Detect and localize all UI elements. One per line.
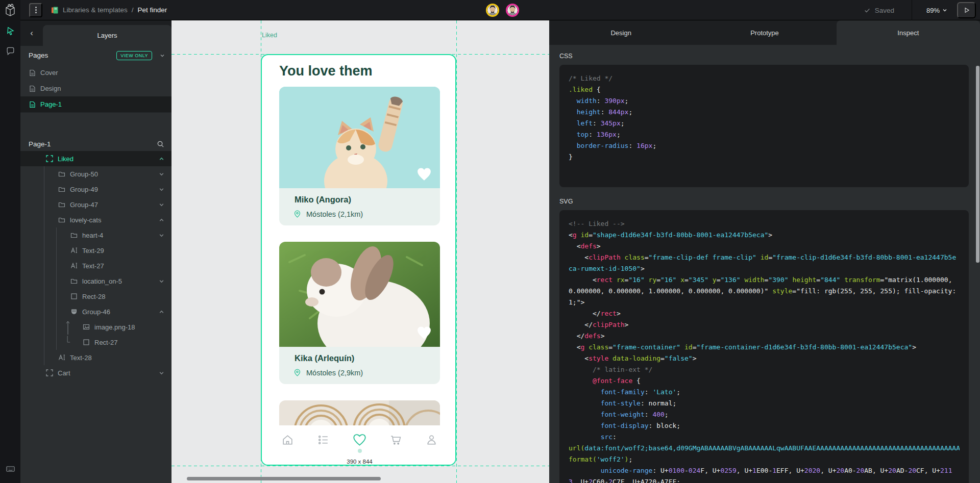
layer-row-lovely-cats[interactable]: lovely-cats — [20, 212, 172, 227]
layer-row-Text-29[interactable]: Text-29 — [20, 243, 172, 258]
location-pin-icon — [293, 210, 302, 218]
list-icon — [317, 434, 330, 446]
search-icon[interactable] — [157, 140, 164, 148]
code-line: top: 136px; — [569, 129, 960, 140]
chevron-down-icon[interactable] — [159, 278, 164, 284]
layer-row-Liked[interactable]: Liked — [20, 151, 172, 166]
tree-guide-line — [56, 273, 57, 289]
tree-page-title: Page-1 — [29, 140, 51, 148]
profile-icon — [425, 434, 438, 446]
code-line: <g class="frame-container" id="frame-con… — [569, 342, 960, 353]
folder-layer-icon — [70, 232, 78, 239]
frame-name-label[interactable]: Liked — [262, 32, 277, 39]
pet-name: Miko (Angora) — [295, 195, 351, 205]
code-line: /* Liked */ — [569, 73, 960, 84]
layer-label: Text-29 — [82, 247, 104, 255]
mask-elbow-connector — [65, 335, 70, 350]
top-bar: Libraries & templates / Pet finder Saved — [0, 0, 980, 20]
layer-row-Group-49[interactable]: Group-49 — [20, 182, 172, 197]
save-status: Saved — [864, 7, 894, 14]
layer-row-Rect-28[interactable]: Rect-28 — [20, 289, 172, 304]
svg-code-block[interactable]: <!-- Liked --><g id="shape-d1d6e34f-b3fd… — [559, 210, 969, 483]
vertical-scrollbar[interactable] — [976, 66, 979, 263]
layer-row-location_on-5[interactable]: location_on-5 — [20, 273, 172, 289]
code-line: <g id="shape-d1d6e34f-b3fd-80bb-8001-ea1… — [569, 230, 960, 241]
liked-frame[interactable]: You love them M — [261, 54, 456, 466]
chevron-up-icon[interactable] — [159, 156, 164, 162]
zoom-control[interactable]: 89% — [912, 7, 955, 14]
favorites-heart-icon — [353, 434, 366, 446]
tree-guide-line — [44, 227, 44, 243]
code-line: <style data-loading="false"> — [569, 353, 960, 364]
location-pin-icon — [293, 368, 302, 377]
collapse-panel-button[interactable]: ‹ — [20, 20, 43, 46]
folder-layer-icon — [70, 277, 78, 285]
view-mode-button[interactable] — [957, 2, 976, 18]
page-item-Page-1[interactable]: Page-1 — [20, 96, 172, 112]
tree-guide-line — [56, 335, 57, 350]
tab-inspect[interactable]: Inspect — [837, 20, 980, 45]
pages-title: Pages — [29, 52, 48, 59]
page-item-Design[interactable]: Design — [20, 81, 172, 96]
user-avatar[interactable] — [506, 4, 519, 17]
chevron-up-icon[interactable] — [159, 217, 164, 223]
svg-section-label: SVG — [549, 190, 980, 210]
layer-row-Rect-27[interactable]: Rect-27 — [20, 335, 172, 350]
page-item-Cover[interactable]: Cover — [20, 65, 172, 81]
chevron-down-icon[interactable] — [159, 202, 164, 208]
layer-row-Group-47[interactable]: Group-47 — [20, 197, 172, 212]
comments-tool-button[interactable] — [0, 41, 20, 61]
tree-guide-line — [44, 258, 44, 273]
page-label: Design — [40, 85, 61, 92]
layer-row-Group-46[interactable]: Group-46 — [20, 304, 172, 319]
layer-label: Cart — [58, 369, 70, 377]
layer-row-heart-4[interactable]: heart-4 — [20, 227, 172, 243]
code-line: </rect> — [569, 308, 960, 319]
user-avatar[interactable] — [486, 4, 499, 17]
layer-row-image.png-18[interactable]: image.png-18 — [20, 319, 172, 335]
breadcrumb-library-link[interactable]: Libraries & templates — [63, 6, 128, 14]
selection-guide-right — [456, 20, 457, 483]
penpot-logo[interactable] — [0, 0, 20, 20]
layer-label: image.png-18 — [94, 323, 135, 331]
css-code-block[interactable]: /* Liked */.liked { width: 390px; height… — [559, 65, 969, 187]
chevron-down-icon[interactable] — [159, 370, 164, 376]
chevron-up-icon[interactable] — [159, 309, 164, 315]
tree-guide-line — [44, 166, 44, 182]
tab-prototype[interactable]: Prototype — [693, 20, 836, 45]
chevron-down-icon[interactable] — [159, 171, 164, 177]
folder-layer-icon — [58, 186, 65, 193]
breadcrumb: Libraries & templates / Pet finder — [51, 6, 167, 14]
layer-row-Group-50[interactable]: Group-50 — [20, 166, 172, 182]
page-icon — [29, 101, 36, 108]
text-layer-icon — [58, 354, 65, 361]
tab-layers[interactable]: Layers — [43, 25, 172, 46]
chevron-down-icon[interactable] — [159, 233, 164, 238]
layer-row-Text-27[interactable]: Text-27 — [20, 258, 172, 273]
horizontal-scrollbar[interactable] — [187, 477, 381, 480]
canvas[interactable]: Liked You love them — [172, 20, 549, 483]
pet-card-image-baskets — [279, 400, 440, 428]
home-icon — [281, 434, 294, 446]
layer-row-Text-28[interactable]: Text-28 — [20, 350, 172, 365]
move-tool-button[interactable] — [0, 20, 20, 41]
main-menu-button[interactable] — [29, 3, 42, 17]
collapse-pages-button[interactable] — [159, 53, 165, 59]
page-label: Cover — [40, 69, 58, 77]
mask-arrow-connector — [65, 319, 70, 335]
tree-guide-line — [44, 182, 44, 197]
chevron-down-icon[interactable] — [159, 187, 164, 192]
left-toolbar — [0, 20, 20, 483]
layer-row-Cart[interactable]: Cart — [20, 365, 172, 380]
frame-layer-icon — [46, 155, 53, 162]
liked-heart-icon — [416, 167, 432, 181]
pet-card-image-rabbit — [279, 242, 440, 347]
pet-card-image-cat — [279, 87, 440, 188]
rect-layer-icon — [70, 293, 78, 300]
pages-resize-area[interactable] — [20, 112, 172, 137]
layer-label: Text-27 — [82, 262, 104, 270]
shortcuts-button[interactable] — [0, 459, 20, 479]
tree-guide-line — [56, 319, 57, 335]
code-line: font-display: block; — [569, 420, 960, 431]
tab-design[interactable]: Design — [549, 20, 693, 45]
